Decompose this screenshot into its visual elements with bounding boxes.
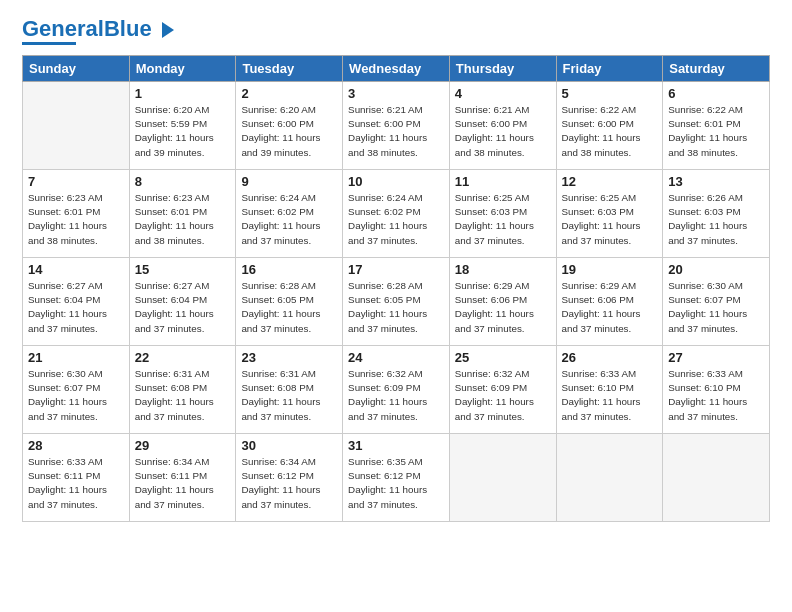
day-info: Sunrise: 6:27 AMSunset: 6:04 PMDaylight:… <box>135 279 231 336</box>
day-info: Sunrise: 6:33 AMSunset: 6:11 PMDaylight:… <box>28 455 124 512</box>
day-number: 4 <box>455 86 551 101</box>
day-info: Sunrise: 6:34 AMSunset: 6:12 PMDaylight:… <box>241 455 337 512</box>
calendar-day-cell: 8Sunrise: 6:23 AMSunset: 6:01 PMDaylight… <box>129 170 236 258</box>
day-info: Sunrise: 6:23 AMSunset: 6:01 PMDaylight:… <box>28 191 124 248</box>
calendar-day-cell: 25Sunrise: 6:32 AMSunset: 6:09 PMDayligh… <box>449 346 556 434</box>
day-info: Sunrise: 6:29 AMSunset: 6:06 PMDaylight:… <box>455 279 551 336</box>
calendar-day-cell: 15Sunrise: 6:27 AMSunset: 6:04 PMDayligh… <box>129 258 236 346</box>
weekday-header: Sunday <box>23 56 130 82</box>
day-info: Sunrise: 6:20 AMSunset: 6:00 PMDaylight:… <box>241 103 337 160</box>
svg-marker-0 <box>162 22 174 38</box>
day-number: 13 <box>668 174 764 189</box>
day-number: 9 <box>241 174 337 189</box>
calendar-day-cell: 21Sunrise: 6:30 AMSunset: 6:07 PMDayligh… <box>23 346 130 434</box>
calendar-day-cell: 13Sunrise: 6:26 AMSunset: 6:03 PMDayligh… <box>663 170 770 258</box>
day-info: Sunrise: 6:28 AMSunset: 6:05 PMDaylight:… <box>348 279 444 336</box>
day-number: 22 <box>135 350 231 365</box>
day-number: 2 <box>241 86 337 101</box>
logo: GeneralBlue <box>22 18 176 45</box>
day-info: Sunrise: 6:25 AMSunset: 6:03 PMDaylight:… <box>562 191 658 248</box>
calendar-day-cell: 17Sunrise: 6:28 AMSunset: 6:05 PMDayligh… <box>343 258 450 346</box>
weekday-header: Saturday <box>663 56 770 82</box>
day-info: Sunrise: 6:35 AMSunset: 6:12 PMDaylight:… <box>348 455 444 512</box>
calendar-day-cell: 9Sunrise: 6:24 AMSunset: 6:02 PMDaylight… <box>236 170 343 258</box>
day-number: 6 <box>668 86 764 101</box>
weekday-header: Tuesday <box>236 56 343 82</box>
day-number: 5 <box>562 86 658 101</box>
calendar-day-cell: 14Sunrise: 6:27 AMSunset: 6:04 PMDayligh… <box>23 258 130 346</box>
calendar-day-cell <box>23 82 130 170</box>
day-number: 26 <box>562 350 658 365</box>
day-info: Sunrise: 6:32 AMSunset: 6:09 PMDaylight:… <box>455 367 551 424</box>
calendar-week-row: 21Sunrise: 6:30 AMSunset: 6:07 PMDayligh… <box>23 346 770 434</box>
logo-underline <box>22 42 76 45</box>
calendar-week-row: 28Sunrise: 6:33 AMSunset: 6:11 PMDayligh… <box>23 434 770 522</box>
day-number: 30 <box>241 438 337 453</box>
calendar-day-cell <box>663 434 770 522</box>
day-info: Sunrise: 6:22 AMSunset: 6:01 PMDaylight:… <box>668 103 764 160</box>
day-number: 24 <box>348 350 444 365</box>
day-info: Sunrise: 6:31 AMSunset: 6:08 PMDaylight:… <box>241 367 337 424</box>
calendar-day-cell: 29Sunrise: 6:34 AMSunset: 6:11 PMDayligh… <box>129 434 236 522</box>
day-info: Sunrise: 6:23 AMSunset: 6:01 PMDaylight:… <box>135 191 231 248</box>
calendar-day-cell: 23Sunrise: 6:31 AMSunset: 6:08 PMDayligh… <box>236 346 343 434</box>
day-number: 11 <box>455 174 551 189</box>
day-info: Sunrise: 6:24 AMSunset: 6:02 PMDaylight:… <box>348 191 444 248</box>
day-info: Sunrise: 6:24 AMSunset: 6:02 PMDaylight:… <box>241 191 337 248</box>
logo-icon <box>154 18 176 40</box>
calendar-day-cell: 28Sunrise: 6:33 AMSunset: 6:11 PMDayligh… <box>23 434 130 522</box>
weekday-header: Thursday <box>449 56 556 82</box>
day-info: Sunrise: 6:30 AMSunset: 6:07 PMDaylight:… <box>28 367 124 424</box>
calendar-day-cell: 30Sunrise: 6:34 AMSunset: 6:12 PMDayligh… <box>236 434 343 522</box>
calendar-day-cell: 19Sunrise: 6:29 AMSunset: 6:06 PMDayligh… <box>556 258 663 346</box>
calendar-day-cell: 6Sunrise: 6:22 AMSunset: 6:01 PMDaylight… <box>663 82 770 170</box>
day-number: 31 <box>348 438 444 453</box>
day-number: 8 <box>135 174 231 189</box>
calendar-day-cell: 16Sunrise: 6:28 AMSunset: 6:05 PMDayligh… <box>236 258 343 346</box>
calendar-day-cell: 2Sunrise: 6:20 AMSunset: 6:00 PMDaylight… <box>236 82 343 170</box>
calendar-day-cell: 31Sunrise: 6:35 AMSunset: 6:12 PMDayligh… <box>343 434 450 522</box>
day-number: 14 <box>28 262 124 277</box>
day-info: Sunrise: 6:27 AMSunset: 6:04 PMDaylight:… <box>28 279 124 336</box>
weekday-header: Friday <box>556 56 663 82</box>
calendar-day-cell <box>449 434 556 522</box>
calendar-day-cell: 3Sunrise: 6:21 AMSunset: 6:00 PMDaylight… <box>343 82 450 170</box>
calendar-day-cell: 12Sunrise: 6:25 AMSunset: 6:03 PMDayligh… <box>556 170 663 258</box>
day-number: 12 <box>562 174 658 189</box>
calendar-day-cell: 1Sunrise: 6:20 AMSunset: 5:59 PMDaylight… <box>129 82 236 170</box>
day-info: Sunrise: 6:33 AMSunset: 6:10 PMDaylight:… <box>668 367 764 424</box>
day-info: Sunrise: 6:32 AMSunset: 6:09 PMDaylight:… <box>348 367 444 424</box>
day-info: Sunrise: 6:21 AMSunset: 6:00 PMDaylight:… <box>455 103 551 160</box>
day-info: Sunrise: 6:20 AMSunset: 5:59 PMDaylight:… <box>135 103 231 160</box>
calendar-week-row: 7Sunrise: 6:23 AMSunset: 6:01 PMDaylight… <box>23 170 770 258</box>
logo-general: General <box>22 16 104 41</box>
day-info: Sunrise: 6:26 AMSunset: 6:03 PMDaylight:… <box>668 191 764 248</box>
day-number: 19 <box>562 262 658 277</box>
day-info: Sunrise: 6:21 AMSunset: 6:00 PMDaylight:… <box>348 103 444 160</box>
day-info: Sunrise: 6:28 AMSunset: 6:05 PMDaylight:… <box>241 279 337 336</box>
logo-text: GeneralBlue <box>22 18 152 40</box>
calendar-day-cell: 11Sunrise: 6:25 AMSunset: 6:03 PMDayligh… <box>449 170 556 258</box>
header: GeneralBlue <box>22 18 770 45</box>
day-number: 29 <box>135 438 231 453</box>
calendar-day-cell <box>556 434 663 522</box>
calendar-day-cell: 10Sunrise: 6:24 AMSunset: 6:02 PMDayligh… <box>343 170 450 258</box>
calendar-day-cell: 27Sunrise: 6:33 AMSunset: 6:10 PMDayligh… <box>663 346 770 434</box>
day-number: 16 <box>241 262 337 277</box>
day-number: 21 <box>28 350 124 365</box>
calendar-table: SundayMondayTuesdayWednesdayThursdayFrid… <box>22 55 770 522</box>
weekday-header: Wednesday <box>343 56 450 82</box>
calendar-day-cell: 4Sunrise: 6:21 AMSunset: 6:00 PMDaylight… <box>449 82 556 170</box>
page: GeneralBlue SundayMondayTuesdayWednesday… <box>0 0 792 612</box>
day-number: 3 <box>348 86 444 101</box>
calendar-day-cell: 24Sunrise: 6:32 AMSunset: 6:09 PMDayligh… <box>343 346 450 434</box>
day-number: 23 <box>241 350 337 365</box>
day-info: Sunrise: 6:34 AMSunset: 6:11 PMDaylight:… <box>135 455 231 512</box>
day-number: 17 <box>348 262 444 277</box>
calendar-week-row: 1Sunrise: 6:20 AMSunset: 5:59 PMDaylight… <box>23 82 770 170</box>
calendar-day-cell: 18Sunrise: 6:29 AMSunset: 6:06 PMDayligh… <box>449 258 556 346</box>
calendar-day-cell: 7Sunrise: 6:23 AMSunset: 6:01 PMDaylight… <box>23 170 130 258</box>
day-number: 25 <box>455 350 551 365</box>
day-number: 15 <box>135 262 231 277</box>
logo-blue: Blue <box>104 16 152 41</box>
